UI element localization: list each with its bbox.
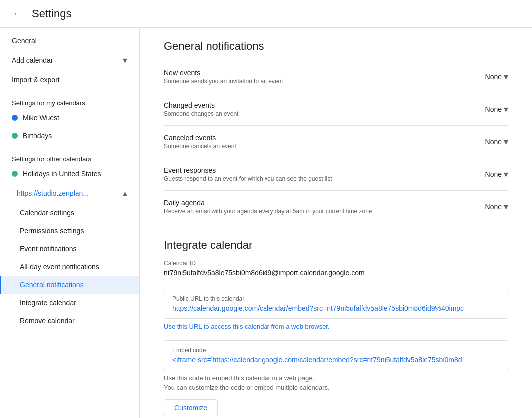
sidebar-sub-general-notifications[interactable]: General notifications <box>0 276 139 294</box>
notif-sublabel-new-events: Someone sends you an invitation to an ev… <box>164 78 283 85</box>
public-url-label: Public URL to this calendar <box>172 295 500 302</box>
notifications-list: New events Someone sends you an invitati… <box>164 61 508 223</box>
notif-label-new-events: New events <box>164 69 283 77</box>
notif-dropdown-changed-events[interactable]: None ▾ <box>485 104 508 115</box>
sidebar-item-mike-wuest[interactable]: Mike Wuest <box>0 109 139 127</box>
sidebar-item-add-calendar[interactable]: Add calendar ▾ <box>0 50 139 71</box>
calendar-id-label: Calendar ID <box>164 260 508 267</box>
main-layout: General Add calendar ▾ Import & export S… <box>0 28 532 418</box>
notif-dropdown-event-responses[interactable]: None ▾ <box>485 169 508 180</box>
sidebar-item-import-export[interactable]: Import & export <box>0 71 139 89</box>
public-url-box: Public URL to this calendar https://cale… <box>164 289 508 319</box>
sidebar-divider-2 <box>0 147 139 147</box>
content-area: General notifications New events Someone… <box>140 28 532 418</box>
general-notifications-title: General notifications <box>164 40 508 53</box>
calendar-id-value: nt79ni5ufalfdv5a8le75sbi0m8d6id9@import.… <box>164 269 508 277</box>
chevron-down-icon: ▾ <box>504 104 508 115</box>
embed-code-label: Embed code <box>172 347 500 354</box>
sidebar-divider <box>0 91 139 91</box>
notif-dropdown-new-events[interactable]: None ▾ <box>485 71 508 82</box>
sidebar-sub-calendar-settings[interactable]: Calendar settings <box>0 204 139 222</box>
notif-sublabel-canceled-events: Someone cancels an event <box>164 143 236 150</box>
notif-label-daily-agenda: Daily agenda <box>164 199 372 207</box>
customize-button[interactable]: Customize <box>164 399 218 416</box>
public-url-value[interactable]: https://calendar.google.com/calendar/emb… <box>172 304 500 312</box>
my-calendars-section: Settings for my calendars <box>0 93 139 109</box>
notif-row-canceled-events: Canceled events Someone cancels an event… <box>164 126 508 158</box>
zenplan-label: https://studio.zenplan... <box>17 189 89 197</box>
sidebar-sub-permissions[interactable]: Permissions settings <box>0 222 139 240</box>
sidebar-item-birthdays[interactable]: Birthdays <box>0 127 139 145</box>
calendar-dot-holidays <box>12 171 18 177</box>
other-calendars-section: Settings for other calendars <box>0 149 139 165</box>
notif-row-event-responses: Event responses Guests respond to an eve… <box>164 158 508 191</box>
embed-code-box: Embed code <iframe src='https://calendar… <box>164 340 508 370</box>
sidebar-sub-remove-calendar[interactable]: Remove calendar <box>0 312 139 330</box>
page-title: Settings <box>32 7 72 20</box>
sidebar-sub-event-notifications[interactable]: Event notifications <box>0 240 139 258</box>
url-hint: Use this URL to access this calendar fro… <box>164 323 508 330</box>
sidebar: General Add calendar ▾ Import & export S… <box>0 28 140 418</box>
sidebar-item-general[interactable]: General <box>0 32 139 50</box>
sidebar-sub-allday-notifications[interactable]: All-day event notifications <box>0 258 139 276</box>
chevron-down-icon: ▾ <box>504 136 508 147</box>
notif-row-daily-agenda: Daily agenda Receive an email with your … <box>164 191 508 223</box>
notif-sublabel-daily-agenda: Receive an email with your agenda every … <box>164 208 372 215</box>
integrate-calendar-title: Integrate calendar <box>164 239 508 252</box>
embed-code-value[interactable]: <iframe src='https://calendar.google.com… <box>172 356 500 364</box>
chevron-up-icon: ▴ <box>123 188 127 199</box>
calendar-dot-mike <box>12 115 18 121</box>
back-button[interactable]: ← <box>8 4 28 24</box>
embed-hint2: You can customize the code or embed mult… <box>164 384 508 391</box>
sidebar-item-zenplan[interactable]: https://studio.zenplan... ▴ <box>0 183 139 204</box>
top-bar: ← Settings <box>0 0 532 28</box>
sidebar-sub-integrate-calendar[interactable]: Integrate calendar <box>0 294 139 312</box>
chevron-down-icon: ▾ <box>504 71 508 82</box>
notif-sublabel-event-responses: Guests respond to an event for which you… <box>164 175 332 182</box>
embed-hint1: Use this code to embed this calendar in … <box>164 374 508 382</box>
notif-row-new-events: New events Someone sends you an invitati… <box>164 61 508 93</box>
chevron-down-icon: ▾ <box>504 169 508 180</box>
notif-label-canceled-events: Canceled events <box>164 134 236 142</box>
chevron-down-icon: ▾ <box>504 201 508 212</box>
notif-dropdown-daily-agenda[interactable]: None ▾ <box>485 201 508 212</box>
notif-sublabel-changed-events: Someone changes an event <box>164 110 238 117</box>
notif-label-event-responses: Event responses <box>164 166 332 174</box>
chevron-down-icon: ▾ <box>123 55 127 66</box>
notif-row-changed-events: Changed events Someone changes an event … <box>164 93 508 126</box>
notif-dropdown-canceled-events[interactable]: None ▾ <box>485 136 508 147</box>
notif-label-changed-events: Changed events <box>164 101 238 109</box>
calendar-dot-birthdays <box>12 133 18 139</box>
integrate-section: Integrate calendar Calendar ID nt79ni5uf… <box>164 239 508 416</box>
sidebar-item-holidays[interactable]: Holidays in United States <box>0 165 139 183</box>
